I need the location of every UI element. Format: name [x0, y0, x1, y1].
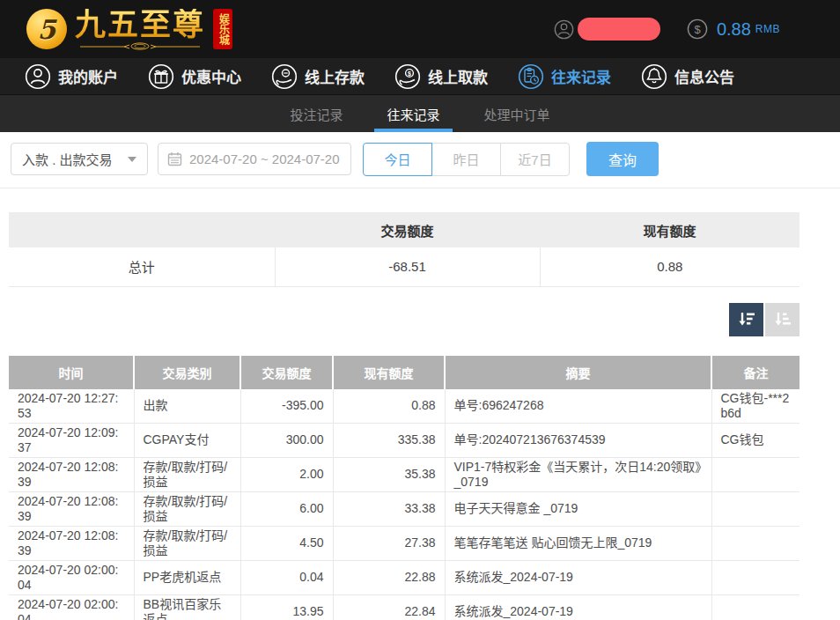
cell-category: CGPAY支付 — [134, 423, 240, 457]
cell-remark — [711, 560, 799, 594]
flourish-ornament-icon — [78, 42, 202, 50]
cell-category: 存款/取款/打码/损益 — [134, 457, 240, 491]
sort-controls — [9, 303, 799, 336]
username-redacted — [578, 18, 660, 41]
cell-time: 2024-07-20 12:09:37 — [9, 423, 134, 457]
summary-header-blank — [9, 212, 275, 247]
cell-category: BB视讯百家乐返点 — [134, 594, 240, 620]
date-range-value: 2024-07-20 ~ 2024-07-20 — [189, 151, 340, 166]
cell-category: 存款/取款/打码/损益 — [134, 491, 240, 526]
cell-remark — [711, 491, 799, 526]
col-header-remark: 备注 — [711, 356, 799, 389]
cell-time: 2024-07-20 02:00:04 — [9, 560, 134, 594]
nav-item-my-account[interactable]: 我的账户 — [25, 63, 118, 90]
cell-remark — [711, 594, 799, 620]
cell-time: 2024-07-20 12:27:53 — [9, 389, 134, 424]
table-row: 2024-07-20 12:09:37 CGPAY支付 300.00 335.3… — [9, 423, 799, 457]
user-avatar-icon — [554, 19, 574, 40]
logo-monogram: 5 — [26, 9, 67, 49]
table-row: 2024-07-20 12:08:39 存款/取款/打码/损益 4.50 27.… — [9, 526, 799, 560]
brand-title: 九五至尊 — [75, 9, 205, 41]
cell-category: PP老虎机返点 — [134, 560, 240, 594]
bell-icon — [641, 63, 667, 90]
summary-total-balance: 0.88 — [540, 247, 799, 286]
dollar-coin-icon: $ — [687, 18, 708, 40]
withdraw-icon: $ — [394, 63, 421, 90]
deposit-icon — [271, 63, 298, 90]
records-table: 时间 交易类别 交易额度 现有额度 摘要 备注 2024-07-20 12:27… — [9, 356, 799, 620]
nav-item-announcements[interactable]: 信息公告 — [641, 63, 734, 90]
cell-balance: 0.88 — [333, 389, 445, 424]
cell-remark: CG钱包-***2b6d — [711, 389, 799, 424]
cell-amount: 0.04 — [240, 560, 333, 594]
col-header-amount: 交易额度 — [240, 356, 333, 389]
table-row: 2024-07-20 02:00:04 PP老虎机返点 0.04 22.88 系… — [9, 560, 799, 594]
yesterday-button[interactable]: 昨日 — [431, 143, 501, 176]
cell-summary: 系统派发_2024-07-19 — [445, 560, 711, 594]
cell-summary: 单号:696247268 — [445, 389, 711, 424]
gift-icon — [148, 63, 174, 90]
nav-item-withdraw[interactable]: $ 线上取款 — [394, 63, 488, 90]
logo-subtitle: 娱乐城 — [213, 9, 232, 49]
date-range-input[interactable]: 2024-07-20 ~ 2024-07-20 — [158, 143, 351, 175]
logo-text: 九五至尊 — [75, 9, 205, 50]
nav-label: 信息公告 — [674, 65, 734, 87]
nav-item-promotions[interactable]: 优惠中心 — [148, 63, 241, 90]
cell-category: 出款 — [134, 389, 240, 424]
cell-amount: -395.00 — [240, 389, 333, 424]
tab-pending-orders[interactable]: 处理中订单 — [479, 95, 556, 132]
summary-table: 交易额度 现有额度 总计 -68.51 0.88 — [9, 212, 799, 287]
svg-text:$: $ — [408, 70, 411, 78]
cell-amount: 300.00 — [240, 423, 333, 457]
cell-amount: 4.50 — [240, 526, 333, 560]
calendar-icon — [167, 151, 182, 166]
transaction-type-value: 入款 . 出款交易 — [22, 150, 113, 168]
nav-label: 线上存款 — [305, 65, 365, 87]
svg-text:$: $ — [694, 23, 701, 36]
nav-item-deposit[interactable]: 线上存款 — [271, 63, 365, 90]
quick-date-button-group: 今日 昨日 近7日 — [363, 143, 570, 176]
table-row: 2024-07-20 12:08:39 存款/取款/打码/损益 2.00 35.… — [9, 457, 799, 491]
summary-header-row: 交易额度 现有额度 — [9, 212, 799, 247]
sort-descending-button[interactable] — [729, 303, 763, 336]
cell-time: 2024-07-20 02:00:04 — [9, 594, 134, 620]
sort-ascending-icon — [772, 309, 793, 330]
cell-balance: 33.38 — [333, 491, 445, 526]
cell-amount: 13.95 — [240, 594, 333, 620]
cell-summary: 笔笔存笔笔送 贴心回馈无上限_0719 — [445, 526, 711, 560]
nav-label: 优惠中心 — [181, 65, 241, 87]
cell-summary: VIP1-7特权彩金《当天累计，次日14:20领取》_0719 — [445, 457, 711, 491]
top-header: 5 九五至尊 娱乐城 $ 0.88 RMB — [0, 0, 840, 58]
query-button[interactable]: 查询 — [586, 142, 659, 176]
balance-currency: RMB — [755, 23, 780, 35]
cell-balance: 22.84 — [333, 594, 445, 620]
cell-balance: 335.38 — [333, 423, 445, 457]
tab-transaction-records[interactable]: 往来记录 — [381, 95, 445, 132]
nav-item-transaction-records[interactable]: 往来记录 — [518, 63, 611, 90]
summary-total-label: 总计 — [9, 247, 275, 286]
table-row: 2024-07-20 12:08:39 存款/取款/打码/损益 6.00 33.… — [9, 491, 799, 526]
main-navigation: 我的账户 优惠中心 线上存款 $ 线上取款 — [0, 58, 840, 95]
summary-header-balance: 现有额度 — [540, 212, 799, 247]
records-icon — [518, 63, 544, 90]
last7days-button[interactable]: 近7日 — [500, 143, 570, 176]
sub-navigation: 投注记录 往来记录 处理中订单 — [0, 95, 840, 132]
today-button[interactable]: 今日 — [363, 143, 432, 176]
cell-remark: CG钱包 — [711, 423, 799, 457]
site-logo[interactable]: 5 九五至尊 娱乐城 — [26, 9, 232, 50]
col-header-summary: 摘要 — [445, 356, 711, 389]
chevron-down-icon — [128, 157, 136, 162]
cell-remark — [711, 526, 799, 560]
nav-label: 往来记录 — [551, 65, 611, 87]
table-row: 2024-07-20 12:27:53 出款 -395.00 0.88 单号:6… — [9, 389, 799, 424]
tab-betting-records[interactable]: 投注记录 — [284, 95, 348, 132]
transaction-type-select[interactable]: 入款 . 出款交易 — [11, 143, 148, 175]
cell-remark — [711, 457, 799, 491]
cell-amount: 6.00 — [240, 491, 333, 526]
sort-ascending-button[interactable] — [765, 303, 799, 336]
filter-bar: 入款 . 出款交易 2024-07-20 ~ 2024-07-20 今日 昨日 … — [0, 132, 840, 188]
nav-label: 线上取款 — [428, 65, 488, 87]
user-area: $ 0.88 RMB — [554, 18, 780, 41]
cell-summary: 单号:202407213676374539 — [445, 423, 711, 457]
user-circle-icon — [25, 63, 51, 90]
